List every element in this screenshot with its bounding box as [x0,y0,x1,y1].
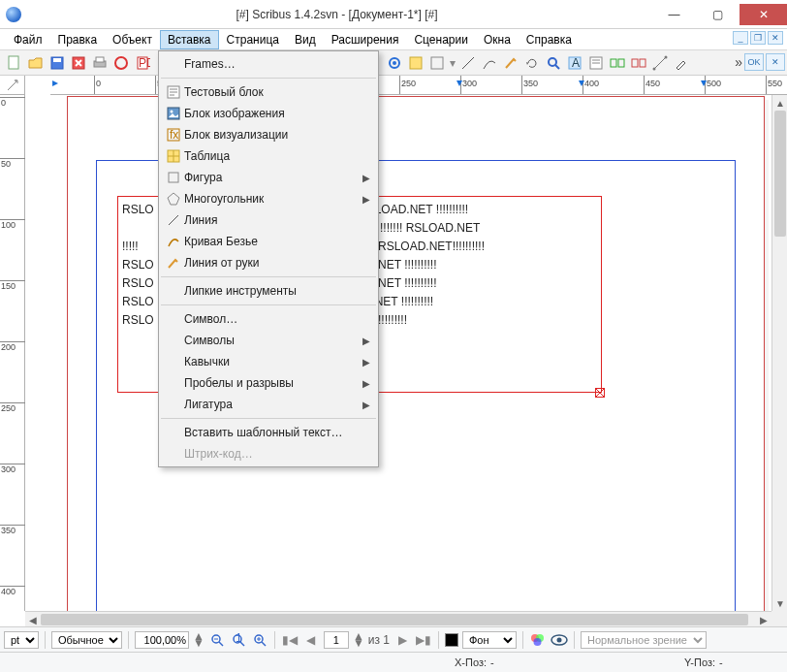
eyedropper-icon[interactable] [673,54,690,72]
color-manage-icon[interactable] [529,631,547,649]
menu-object[interactable]: Объект [105,30,160,49]
minimize-button[interactable]: — [652,4,696,25]
zoom-input[interactable] [135,631,189,649]
freehand-tool-icon[interactable] [502,54,519,72]
unlink-frames-icon[interactable] [630,54,647,72]
menuitem-shape[interactable]: Фигура▶ [159,167,378,188]
menu-page[interactable]: Страница [219,30,287,49]
menuitem-render-frame[interactable]: fxБлок визуализации [159,124,378,145]
toolbar-overflow-icon[interactable]: » [735,54,742,70]
first-page-icon[interactable]: ▮◀ [281,631,299,649]
cancel-toolbar-button[interactable]: ✕ [766,53,785,71]
zoom-spinner[interactable]: ▲▼ [193,633,205,647]
page-spinner[interactable]: ▲▼ [353,633,364,647]
menu-scripts[interactable]: Сценарии [406,30,475,49]
menuitem-spaces[interactable]: Пробелы и разрывы▶ [159,372,378,394]
next-page-icon[interactable]: ▶ [394,631,411,649]
layer-select[interactable]: Фон [462,631,517,649]
bezier-tool-icon[interactable] [481,54,498,72]
menu-edit[interactable]: Правка [50,30,106,49]
print-icon[interactable] [91,54,109,72]
preflight-icon[interactable] [112,54,130,72]
gear-icon[interactable] [386,54,403,72]
menuitem-table[interactable]: Таблица [159,145,378,167]
ruler-tick: 50 [0,158,25,169]
text-line: !!!!!!!!!! RSLOAD.NET [370,221,480,235]
scroll-right-icon[interactable]: ▶ [756,612,771,627]
ruler-tick: 300 [460,76,477,95]
mdi-close-button[interactable]: ✕ [768,31,783,45]
pdf-icon[interactable]: PDF [134,54,151,72]
menuitem-image-frame[interactable]: Блок изображения [159,103,378,124]
menuitem-text-frame[interactable]: Тестовый блок [159,81,378,103]
ok-button[interactable]: OK [744,53,764,71]
measure-icon[interactable] [651,54,669,72]
story-editor-icon[interactable] [587,54,605,72]
menuitem-symbols[interactable]: Символы▶ [159,330,378,351]
save-icon[interactable] [48,54,66,72]
maximize-button[interactable]: ▢ [696,4,740,25]
menuitem-freehand[interactable]: Линия от руки [159,252,378,273]
rotate-icon[interactable] [523,54,541,72]
open-icon[interactable] [27,54,45,72]
mdi-restore-button[interactable]: ❐ [750,31,766,45]
vertical-scrollbar[interactable]: ▲ ▼ [771,95,787,611]
prev-page-icon[interactable]: ◀ [302,631,320,649]
menuitem-bezier[interactable]: Кривая Безье [159,231,378,252]
menuitem-sticky-tools[interactable]: Липкие инструменты [159,280,378,302]
mdi-minimize-button[interactable]: _ [733,31,748,45]
last-page-icon[interactable]: ▶▮ [415,631,432,649]
dropdown-arrow-icon[interactable]: ▾ [450,56,456,70]
page-number-input[interactable] [324,631,349,649]
close-doc-icon[interactable] [70,54,87,72]
preview-icon[interactable] [551,631,568,649]
scroll-down-icon[interactable]: ▼ [772,595,787,611]
scroll-left-icon[interactable]: ◀ [25,612,41,627]
horizontal-scrollbar[interactable]: ◀ ▶ [25,611,771,626]
line-tool-icon[interactable] [459,54,477,72]
edit-text-icon[interactable]: A [566,54,583,72]
submenu-arrow-icon: ▶ [362,194,370,205]
submenu-arrow-icon: ▶ [362,357,370,368]
document-canvas[interactable]: RSLOLOAD.NET !!!!!!!!!! !!!!!!!!!! RSLOA… [25,95,771,611]
text-overflow-indicator[interactable] [595,388,605,398]
zoom-out-icon[interactable] [208,631,226,649]
menuitem-polygon[interactable]: Многоугольник▶ [159,188,378,209]
scroll-thumb-v[interactable] [774,111,786,237]
zoom-icon[interactable] [545,54,562,72]
new-icon[interactable] [6,54,23,72]
unit-select[interactable]: pt [4,631,39,649]
vision-select[interactable]: Нормальное зрение [581,631,707,649]
menuitem-line[interactable]: Линия [159,209,378,231]
ruler-tick: 250 [399,76,416,95]
svg-line-35 [262,642,266,646]
background-swatch[interactable] [445,633,458,647]
ruler-tick: 350 [0,525,25,535]
menu-windows[interactable]: Окна [476,30,519,49]
menu-view[interactable]: Вид [287,30,324,49]
node-edit-icon[interactable] [428,54,446,72]
scroll-thumb-h[interactable] [41,614,748,625]
menuitem-symbol[interactable]: Символ… [159,308,378,330]
menu-insert[interactable]: Вставка [160,30,219,49]
zoom-reset-icon[interactable]: 1 [230,631,247,649]
menuitem-sample-text[interactable]: Вставить шаблонный текст… [159,422,378,443]
vertical-ruler[interactable]: 050100150200250300350400 [0,95,25,611]
scroll-up-icon[interactable]: ▲ [772,95,787,111]
close-button[interactable]: ✕ [740,4,787,25]
submenu-arrow-icon: ▶ [362,173,370,183]
ruler-origin[interactable] [0,76,25,95]
color-swatch-icon[interactable] [407,54,425,72]
svg-rect-22 [618,59,624,67]
menuitem-ligature[interactable]: Лигатура▶ [159,394,378,415]
menu-extensions[interactable]: Расширения [324,30,407,49]
zoom-in-icon[interactable] [251,631,268,649]
ruler-tick: 250 [0,402,25,413]
link-frames-icon[interactable] [609,54,626,72]
menu-file[interactable]: Файл [6,30,50,49]
menuitem-frames[interactable]: Frames… [159,53,378,75]
style-select[interactable]: Обычное [51,631,122,649]
menuitem-quotes[interactable]: Кавычки▶ [159,351,378,372]
svg-line-13 [462,57,474,69]
menu-help[interactable]: Справка [519,30,580,49]
